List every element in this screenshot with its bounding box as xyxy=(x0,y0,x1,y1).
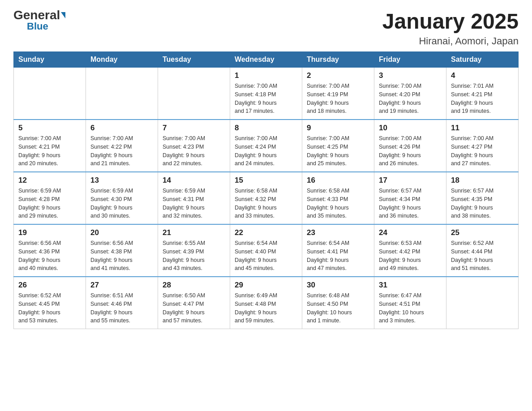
day-number: 24 xyxy=(379,228,442,237)
calendar-cell: 27Sunrise: 6:51 AM Sunset: 4:46 PM Dayli… xyxy=(86,277,158,329)
calendar-cell: 30Sunrise: 6:48 AM Sunset: 4:50 PM Dayli… xyxy=(302,277,374,329)
day-number: 9 xyxy=(307,124,369,133)
header-saturday: Saturday xyxy=(446,52,519,68)
day-info: Sunrise: 7:00 AM Sunset: 4:20 PM Dayligh… xyxy=(379,82,442,116)
day-info: Sunrise: 7:00 AM Sunset: 4:26 PM Dayligh… xyxy=(379,134,442,168)
day-info: Sunrise: 7:00 AM Sunset: 4:27 PM Dayligh… xyxy=(451,134,514,168)
calendar-cell: 14Sunrise: 6:59 AM Sunset: 4:31 PM Dayli… xyxy=(158,172,230,224)
day-number: 27 xyxy=(90,281,153,290)
calendar-subtitle: Hiranai, Aomori, Japan xyxy=(382,35,519,47)
calendar-cell: 24Sunrise: 6:53 AM Sunset: 4:42 PM Dayli… xyxy=(374,224,446,277)
week-row-0: 1Sunrise: 7:00 AM Sunset: 4:18 PM Daylig… xyxy=(14,68,519,120)
day-number: 8 xyxy=(235,124,297,133)
logo-triangle-icon xyxy=(61,12,65,18)
calendar-cell: 21Sunrise: 6:55 AM Sunset: 4:39 PM Dayli… xyxy=(158,224,230,277)
day-info: Sunrise: 6:50 AM Sunset: 4:47 PM Dayligh… xyxy=(163,291,225,325)
week-row-1: 5Sunrise: 7:00 AM Sunset: 4:21 PM Daylig… xyxy=(14,120,519,172)
logo-blue-text: Blue xyxy=(27,21,48,31)
day-info: Sunrise: 6:47 AM Sunset: 4:51 PM Dayligh… xyxy=(379,291,442,325)
calendar-cell: 28Sunrise: 6:50 AM Sunset: 4:47 PM Dayli… xyxy=(158,277,230,329)
calendar-cell: 10Sunrise: 7:00 AM Sunset: 4:26 PM Dayli… xyxy=(374,120,446,172)
day-number: 19 xyxy=(18,228,81,237)
day-info: Sunrise: 6:59 AM Sunset: 4:31 PM Dayligh… xyxy=(163,187,225,220)
day-number: 31 xyxy=(379,281,442,290)
calendar-cell: 16Sunrise: 6:58 AM Sunset: 4:33 PM Dayli… xyxy=(302,172,374,224)
day-info: Sunrise: 6:57 AM Sunset: 4:34 PM Dayligh… xyxy=(379,187,442,220)
day-info: Sunrise: 7:00 AM Sunset: 4:24 PM Dayligh… xyxy=(235,134,297,168)
day-number: 6 xyxy=(90,124,153,133)
calendar-cell xyxy=(86,68,158,120)
day-number: 13 xyxy=(90,176,153,185)
calendar-cell: 1Sunrise: 7:00 AM Sunset: 4:18 PM Daylig… xyxy=(230,68,302,120)
day-info: Sunrise: 7:00 AM Sunset: 4:22 PM Dayligh… xyxy=(90,134,153,168)
week-row-2: 12Sunrise: 6:59 AM Sunset: 4:28 PM Dayli… xyxy=(14,172,519,224)
day-number: 21 xyxy=(163,228,225,237)
calendar-cell: 25Sunrise: 6:52 AM Sunset: 4:44 PM Dayli… xyxy=(446,224,519,277)
day-info: Sunrise: 6:58 AM Sunset: 4:33 PM Dayligh… xyxy=(307,187,369,220)
calendar-cell: 23Sunrise: 6:54 AM Sunset: 4:41 PM Dayli… xyxy=(302,224,374,277)
day-info: Sunrise: 6:54 AM Sunset: 4:41 PM Dayligh… xyxy=(307,239,369,273)
day-number: 11 xyxy=(451,124,514,133)
header-tuesday: Tuesday xyxy=(158,52,230,68)
header-wednesday: Wednesday xyxy=(230,52,302,68)
day-number: 10 xyxy=(379,124,442,133)
calendar-cell: 11Sunrise: 7:00 AM Sunset: 4:27 PM Dayli… xyxy=(446,120,519,172)
day-info: Sunrise: 6:56 AM Sunset: 4:38 PM Dayligh… xyxy=(90,239,153,273)
day-info: Sunrise: 6:57 AM Sunset: 4:35 PM Dayligh… xyxy=(451,187,514,220)
calendar-cell xyxy=(446,277,519,329)
day-number: 28 xyxy=(163,281,225,290)
header-sunday: Sunday xyxy=(14,52,86,68)
calendar-cell: 19Sunrise: 6:56 AM Sunset: 4:36 PM Dayli… xyxy=(14,224,86,277)
day-info: Sunrise: 7:00 AM Sunset: 4:23 PM Dayligh… xyxy=(163,134,225,168)
calendar-body: 1Sunrise: 7:00 AM Sunset: 4:18 PM Daylig… xyxy=(14,68,519,329)
day-number: 2 xyxy=(307,71,369,80)
calendar-cell: 13Sunrise: 6:59 AM Sunset: 4:30 PM Dayli… xyxy=(86,172,158,224)
day-info: Sunrise: 6:56 AM Sunset: 4:36 PM Dayligh… xyxy=(18,239,81,273)
day-info: Sunrise: 6:48 AM Sunset: 4:50 PM Dayligh… xyxy=(307,291,369,325)
day-info: Sunrise: 7:00 AM Sunset: 4:19 PM Dayligh… xyxy=(307,82,369,116)
day-info: Sunrise: 6:58 AM Sunset: 4:32 PM Dayligh… xyxy=(235,187,297,220)
day-number: 3 xyxy=(379,71,442,80)
day-info: Sunrise: 7:00 AM Sunset: 4:21 PM Dayligh… xyxy=(18,134,81,168)
day-info: Sunrise: 6:52 AM Sunset: 4:44 PM Dayligh… xyxy=(451,239,514,273)
calendar-cell xyxy=(14,68,86,120)
calendar-cell: 12Sunrise: 6:59 AM Sunset: 4:28 PM Dayli… xyxy=(14,172,86,224)
calendar-cell: 2Sunrise: 7:00 AM Sunset: 4:19 PM Daylig… xyxy=(302,68,374,120)
day-info: Sunrise: 6:55 AM Sunset: 4:39 PM Dayligh… xyxy=(163,239,225,273)
day-number: 5 xyxy=(18,124,81,133)
calendar-cell: 4Sunrise: 7:01 AM Sunset: 4:21 PM Daylig… xyxy=(446,68,519,120)
day-info: Sunrise: 6:59 AM Sunset: 4:30 PM Dayligh… xyxy=(90,187,153,220)
day-info: Sunrise: 7:01 AM Sunset: 4:21 PM Dayligh… xyxy=(451,82,514,116)
day-info: Sunrise: 6:53 AM Sunset: 4:42 PM Dayligh… xyxy=(379,239,442,273)
day-number: 12 xyxy=(18,176,81,185)
header-row: SundayMondayTuesdayWednesdayThursdayFrid… xyxy=(14,52,519,68)
day-number: 7 xyxy=(163,124,225,133)
day-info: Sunrise: 7:00 AM Sunset: 4:25 PM Dayligh… xyxy=(307,134,369,168)
day-number: 17 xyxy=(379,176,442,185)
header-monday: Monday xyxy=(86,52,158,68)
day-info: Sunrise: 6:51 AM Sunset: 4:46 PM Dayligh… xyxy=(90,291,153,325)
day-info: Sunrise: 6:59 AM Sunset: 4:28 PM Dayligh… xyxy=(18,187,81,220)
day-number: 20 xyxy=(90,228,153,237)
calendar-cell: 8Sunrise: 7:00 AM Sunset: 4:24 PM Daylig… xyxy=(230,120,302,172)
week-row-4: 26Sunrise: 6:52 AM Sunset: 4:45 PM Dayli… xyxy=(14,277,519,329)
day-number: 29 xyxy=(235,281,297,290)
calendar-cell: 9Sunrise: 7:00 AM Sunset: 4:25 PM Daylig… xyxy=(302,120,374,172)
calendar-cell: 15Sunrise: 6:58 AM Sunset: 4:32 PM Dayli… xyxy=(230,172,302,224)
logo-general-text: General xyxy=(13,9,60,21)
title-section: January 2025 Hiranai, Aomori, Japan xyxy=(382,9,519,47)
calendar-cell: 18Sunrise: 6:57 AM Sunset: 4:35 PM Dayli… xyxy=(446,172,519,224)
calendar-title: January 2025 xyxy=(382,9,519,34)
day-number: 26 xyxy=(18,281,81,290)
calendar-cell: 17Sunrise: 6:57 AM Sunset: 4:34 PM Dayli… xyxy=(374,172,446,224)
calendar-cell: 29Sunrise: 6:49 AM Sunset: 4:48 PM Dayli… xyxy=(230,277,302,329)
page-header: General Blue January 2025 Hiranai, Aomor… xyxy=(13,9,519,47)
day-info: Sunrise: 6:49 AM Sunset: 4:48 PM Dayligh… xyxy=(235,291,297,325)
calendar-header: SundayMondayTuesdayWednesdayThursdayFrid… xyxy=(14,52,519,68)
header-thursday: Thursday xyxy=(302,52,374,68)
day-info: Sunrise: 7:00 AM Sunset: 4:18 PM Dayligh… xyxy=(235,82,297,116)
calendar-cell: 6Sunrise: 7:00 AM Sunset: 4:22 PM Daylig… xyxy=(86,120,158,172)
calendar-cell: 22Sunrise: 6:54 AM Sunset: 4:40 PM Dayli… xyxy=(230,224,302,277)
day-number: 18 xyxy=(451,176,514,185)
calendar-cell: 26Sunrise: 6:52 AM Sunset: 4:45 PM Dayli… xyxy=(14,277,86,329)
